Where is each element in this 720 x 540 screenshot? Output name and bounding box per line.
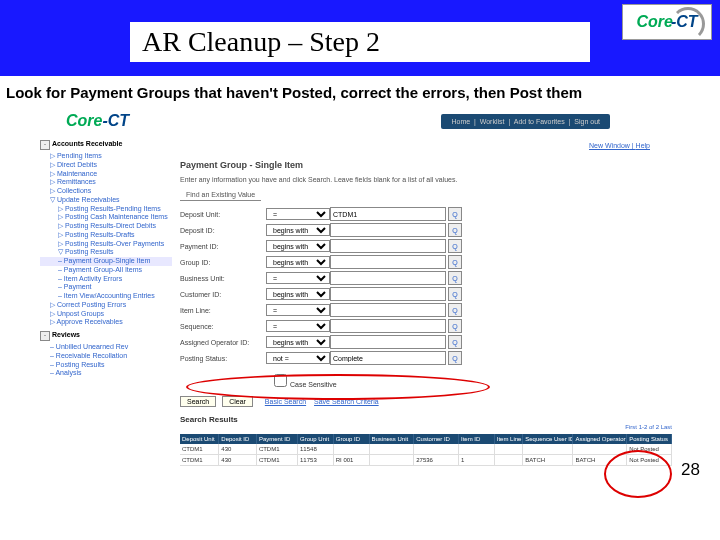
table-row[interactable]: CTDM1430CTDM111548Not Posted — [180, 444, 672, 455]
lookup-icon[interactable]: Q — [448, 271, 462, 285]
left-nav[interactable]: -Accounts Receivable ▷ Pending Items ▷ D… — [40, 138, 172, 378]
value-input[interactable] — [330, 335, 446, 349]
lookup-icon[interactable]: Q — [448, 351, 462, 365]
lookup-icon[interactable]: Q — [448, 255, 462, 269]
basic-search-link[interactable]: Basic Search — [265, 398, 306, 405]
op-select[interactable]: not = — [266, 352, 330, 364]
field-row: Assigned Operator ID:begins with Q — [180, 335, 670, 349]
op-select[interactable]: begins with — [266, 224, 330, 236]
op-select[interactable]: = — [266, 208, 330, 220]
field-row: Payment ID:begins with Q — [180, 239, 670, 253]
field-row: Customer ID:begins with Q — [180, 287, 670, 301]
app-screenshot: Core-CT Home | Worklist | Add to Favorit… — [40, 108, 680, 528]
value-input[interactable] — [330, 303, 446, 317]
value-input[interactable] — [330, 207, 446, 221]
lookup-icon[interactable]: Q — [448, 319, 462, 333]
lookup-icon[interactable]: Q — [448, 239, 462, 253]
hint-text: Enter any information you have and click… — [180, 176, 670, 183]
op-select[interactable]: begins with — [266, 336, 330, 348]
op-select[interactable]: = — [266, 304, 330, 316]
value-input[interactable] — [330, 239, 446, 253]
value-input[interactable] — [330, 319, 446, 333]
lookup-icon[interactable]: Q — [448, 335, 462, 349]
lookup-icon[interactable]: Q — [448, 207, 462, 221]
field-row: Group ID:begins with Q — [180, 255, 670, 269]
instruction-text: Look for Payment Groups that haven't Pos… — [6, 84, 714, 101]
value-input[interactable] — [330, 351, 446, 365]
title-banner: AR Cleanup – Step 2 Core-CT — [0, 0, 720, 76]
table-row[interactable]: CTDM1430CTDM111753RI 001275361BATCHBATCH… — [180, 455, 672, 466]
collapse-icon[interactable]: - — [40, 140, 50, 150]
clear-button[interactable]: Clear — [222, 396, 253, 407]
new-window-link[interactable]: New Window | Help — [589, 142, 650, 149]
lookup-icon[interactable]: Q — [448, 287, 462, 301]
header-links[interactable]: Home | Worklist | Add to Favorites | Sig… — [441, 114, 610, 129]
app-logo: Core-CT — [66, 112, 129, 130]
op-select[interactable]: begins with — [266, 256, 330, 268]
value-input[interactable] — [330, 271, 446, 285]
field-row: Item Line:= Q — [180, 303, 670, 317]
slide-title: AR Cleanup – Step 2 — [130, 22, 590, 62]
search-form: Payment Group - Single Item Enter any in… — [180, 160, 670, 466]
field-row: Posting Status:not = Q — [180, 351, 670, 365]
op-select[interactable]: = — [266, 272, 330, 284]
corect-logo: Core-CT — [622, 4, 712, 40]
field-row: Deposit Unit:= Q — [180, 207, 670, 221]
lookup-icon[interactable]: Q — [448, 223, 462, 237]
tab-find[interactable]: Find an Existing Value — [180, 189, 261, 201]
case-sensitive-check[interactable]: Case Sensitive — [270, 371, 670, 390]
value-input[interactable] — [330, 223, 446, 237]
op-select[interactable]: begins with — [266, 288, 330, 300]
results-grid[interactable]: Deposit UnitDeposit IDPayment IDGroup Un… — [180, 434, 672, 466]
search-button[interactable]: Search — [180, 396, 216, 407]
slide-number: 28 — [681, 460, 700, 480]
op-select[interactable]: = — [266, 320, 330, 332]
value-input[interactable] — [330, 287, 446, 301]
field-row: Business Unit:= Q — [180, 271, 670, 285]
results-count: First 1-2 of 2 Last — [180, 424, 672, 430]
nav-current[interactable]: – Payment Group-Single Item — [40, 257, 172, 266]
field-row: Deposit ID:begins with Q — [180, 223, 670, 237]
op-select[interactable]: begins with — [266, 240, 330, 252]
lookup-icon[interactable]: Q — [448, 303, 462, 317]
page-title: Payment Group - Single Item — [180, 160, 670, 170]
field-row: Sequence:= Q — [180, 319, 670, 333]
save-search-link[interactable]: Save Search Criteria — [314, 398, 379, 405]
value-input[interactable] — [330, 255, 446, 269]
search-results-label: Search Results — [180, 415, 670, 424]
